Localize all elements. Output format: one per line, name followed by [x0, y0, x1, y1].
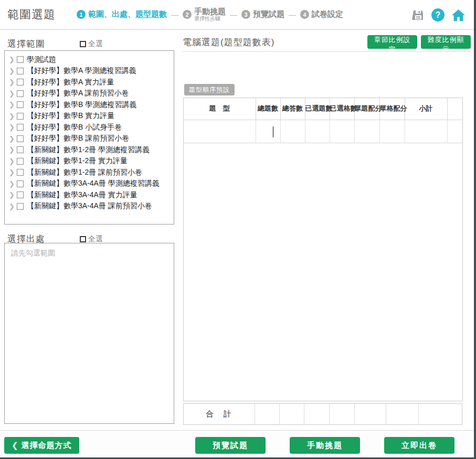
cell-points-per-blank[interactable]: [379, 120, 405, 143]
cell-selected-questions[interactable]: [305, 120, 330, 143]
range-tree-item[interactable]: ❯【新關鍵】數學3A-4A冊 實力評量: [5, 189, 174, 201]
question-type-table: 題 型 總題數 總答數 已選題數 已選格數 單題配分 單格配分 小計: [184, 98, 462, 143]
expand-chevron-icon[interactable]: ❯: [9, 146, 16, 153]
range-item-label: 【新關鍵】數學1-2冊 實力評量: [27, 156, 128, 166]
range-item-checkbox[interactable]: [17, 146, 24, 153]
range-item-checkbox[interactable]: [17, 56, 24, 63]
expand-chevron-icon[interactable]: ❯: [9, 56, 16, 63]
source-select-all[interactable]: 全選: [80, 234, 103, 244]
range-item-checkbox[interactable]: [17, 79, 24, 86]
cell-subtotal[interactable]: [405, 120, 447, 143]
range-select-all-checkbox[interactable]: [80, 41, 86, 47]
range-select-all-label: 全選: [88, 39, 103, 49]
range-tree: ❯學測試題❯【好好學】數學A 學測總複習講義❯【好好學】數學A 實力評量❯【好好…: [4, 50, 174, 225]
range-item-label: 【好好學】數學B 學測總複習講義: [27, 100, 136, 110]
page-title: 範圍選題: [7, 7, 56, 23]
col-points-per-blank: 單格配分: [379, 98, 405, 120]
expand-chevron-icon[interactable]: ❯: [9, 124, 16, 131]
cell-points-per-question[interactable]: [354, 120, 379, 143]
save-icon[interactable]: [412, 9, 425, 22]
source-select-all-checkbox[interactable]: [80, 236, 86, 242]
step-dash: —: [289, 10, 296, 19]
home-icon[interactable]: [451, 8, 466, 22]
expand-chevron-icon[interactable]: ❯: [9, 169, 16, 176]
expand-chevron-icon[interactable]: ❯: [9, 180, 16, 187]
cell-total-questions-focused[interactable]: [256, 120, 280, 143]
generate-paper-button[interactable]: 立即出卷: [384, 437, 454, 454]
col-total-questions: 總題數: [256, 98, 280, 120]
range-item-label: 【好好學】數學A 實力評量: [27, 78, 114, 87]
range-item-label: 【好好學】數學B 實力評量: [27, 111, 114, 121]
range-select-all[interactable]: 全選: [80, 39, 103, 49]
source-select-all-label: 全選: [88, 234, 103, 244]
range-section-title: 選擇範圍: [7, 38, 45, 50]
range-tree-item[interactable]: ❯學測試題: [5, 54, 174, 66]
table-header-row: 題 型 總題數 總答數 已選題數 已選格數 單題配分 單格配分 小計: [184, 98, 462, 120]
expand-chevron-icon[interactable]: ❯: [9, 158, 16, 165]
range-tree-item[interactable]: ❯【新關鍵】數學1-2冊 課前預習小卷: [5, 167, 174, 178]
range-item-checkbox[interactable]: [17, 203, 24, 210]
range-item-label: 【新關鍵】數學3A-4A冊 實力評量: [27, 190, 137, 200]
range-tree-item[interactable]: ❯【好好學】數學A 課前預習小卷: [5, 88, 174, 100]
range-item-checkbox[interactable]: [17, 180, 24, 187]
range-item-label: 【新關鍵】數學1-2冊 課前預習小卷: [27, 168, 142, 177]
range-tree-item[interactable]: ❯【好好學】數學B 課前預習小卷: [5, 133, 174, 145]
expand-chevron-icon[interactable]: ❯: [9, 191, 16, 198]
range-item-checkbox[interactable]: [17, 124, 24, 131]
range-item-label: 【新關鍵】數學3A-4A冊 課前預習小卷: [27, 201, 152, 211]
preview-questions-button[interactable]: 預覽試題: [195, 437, 266, 454]
total-points-per-question: [355, 404, 386, 424]
range-tree-item[interactable]: ❯【新關鍵】數學3A-4A冊 課前預習小卷: [5, 201, 174, 212]
range-item-label: 【好好學】數學A 課前預習小卷: [27, 89, 129, 98]
cell-question-type[interactable]: [184, 120, 256, 143]
manual-pick-button[interactable]: 手動挑題: [290, 437, 360, 454]
help-icon[interactable]: ?: [431, 8, 445, 22]
range-item-checkbox[interactable]: [17, 90, 24, 97]
expand-chevron-icon[interactable]: ❯: [9, 135, 16, 142]
range-tree-item[interactable]: ❯【好好學】數學A 實力評量: [5, 77, 174, 88]
step-3-preview[interactable]: 3 預覽試題: [241, 9, 284, 19]
source-placeholder: 請先勾選範圍: [11, 249, 167, 258]
range-item-checkbox[interactable]: [17, 101, 24, 108]
range-tree-item[interactable]: ❯【新關鍵】數學1-2冊 學測總複習講義: [5, 144, 174, 156]
expand-chevron-icon[interactable]: ❯: [9, 90, 16, 97]
step-1-range[interactable]: 1 範圍、出處、題型題數: [77, 9, 167, 19]
type-order-default-button[interactable]: 題型順序預設: [184, 84, 235, 95]
range-tree-item[interactable]: ❯【新關鍵】數學1-2冊 實力評量: [5, 156, 174, 167]
total-selected-blanks: [330, 404, 355, 424]
cell-total-answers[interactable]: [280, 120, 305, 143]
expand-chevron-icon[interactable]: ❯: [9, 101, 16, 108]
range-item-checkbox[interactable]: [17, 135, 24, 142]
total-row: 合 計: [183, 403, 462, 425]
difficulty-ratio-button[interactable]: 難度比例顯示: [421, 35, 471, 49]
cell-selected-blanks[interactable]: [330, 120, 354, 143]
range-tree-item[interactable]: ❯【好好學】數學B 小試身手卷: [5, 122, 174, 133]
range-item-checkbox[interactable]: [17, 113, 24, 120]
range-tree-item[interactable]: ❯【新關鍵】數學3A-4A冊 學測總複習講義: [5, 178, 174, 190]
range-item-checkbox[interactable]: [17, 158, 24, 165]
range-item-checkbox[interactable]: [17, 68, 24, 74]
range-tree-item[interactable]: ❯【好好學】數學B 學測總複習講義: [5, 99, 174, 111]
bottom-action-bar: ❮選擇命題方式 預覽試題 手動挑題 立即出卷: [0, 430, 474, 457]
expand-chevron-icon[interactable]: ❯: [9, 79, 16, 86]
step-4-paper-settings[interactable]: 4 試卷設定: [300, 9, 343, 19]
computer-selection-title: 電腦選題(題型題數表): [183, 36, 274, 48]
col-selected-questions: 已選題數: [305, 98, 330, 120]
range-tree-item[interactable]: ❯【好好學】數學B 實力評量: [5, 111, 174, 122]
table-empty-row: [184, 120, 462, 143]
total-row-label: 合 計: [206, 409, 232, 419]
total-selected-questions: [304, 404, 330, 424]
back-to-method-button[interactable]: ❮選擇命題方式: [4, 437, 79, 454]
step-2-label: 手動挑題: [194, 7, 226, 16]
chapter-ratio-button[interactable]: 章節比例設定: [367, 35, 417, 49]
range-item-label: 【新關鍵】數學3A-4A冊 學測總複習講義: [27, 179, 160, 188]
range-item-label: 【好好學】數學B 小試身手卷: [27, 123, 122, 132]
expand-chevron-icon[interactable]: ❯: [9, 203, 16, 210]
range-tree-item[interactable]: ❯【好好學】數學A 學測總複習講義: [5, 66, 174, 77]
expand-chevron-icon[interactable]: ❯: [9, 113, 16, 120]
range-item-checkbox[interactable]: [17, 169, 24, 176]
range-item-checkbox[interactable]: [17, 191, 24, 198]
question-type-table-area: 題 型 總題數 總答數 已選題數 已選格數 單題配分 單格配分 小計: [183, 98, 463, 401]
expand-chevron-icon[interactable]: ❯: [9, 68, 16, 74]
step-2-manual-pick[interactable]: 2 手動挑題 選擇性步驟: [183, 7, 226, 22]
